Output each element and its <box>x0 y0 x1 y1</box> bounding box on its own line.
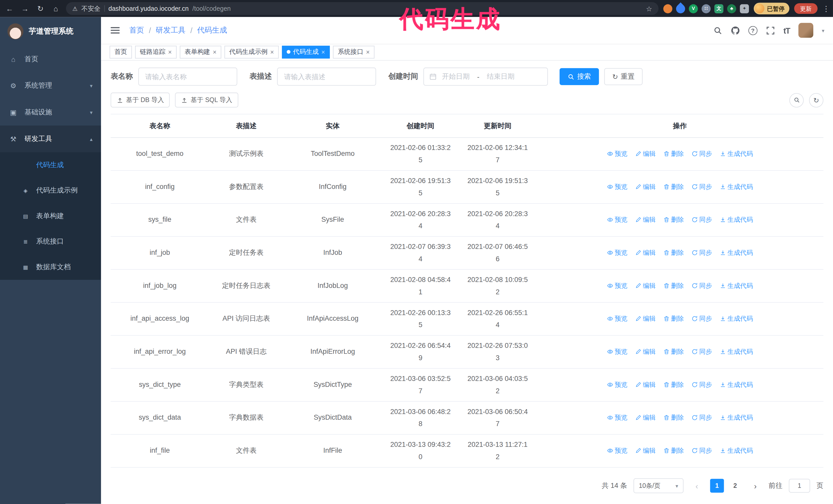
edit-link[interactable]: 编辑 <box>635 379 656 390</box>
delete-link[interactable]: 删除 <box>663 346 684 357</box>
preview-link[interactable]: 预览 <box>607 281 627 291</box>
sync-link[interactable]: 同步 <box>691 314 712 324</box>
address-bar[interactable]: ⚠ 不安全 dashboard.yudao.iocoder.cn/tool/co… <box>66 2 659 15</box>
edit-link[interactable]: 编辑 <box>635 215 656 225</box>
sidebar-subitem-system-api[interactable]: ≣系统接口 <box>0 229 101 254</box>
generate-code-link[interactable]: 生成代码 <box>719 314 753 324</box>
preview-link[interactable]: 预览 <box>607 412 627 423</box>
table-desc-input[interactable] <box>277 68 376 86</box>
search-icon[interactable] <box>713 26 722 35</box>
generate-code-link[interactable]: 生成代码 <box>719 182 753 192</box>
sync-link[interactable]: 同步 <box>691 446 712 456</box>
generate-code-link[interactable]: 生成代码 <box>719 412 753 423</box>
delete-link[interactable]: 删除 <box>663 149 684 160</box>
delete-link[interactable]: 删除 <box>663 248 684 258</box>
sidebar-subitem-db-doc[interactable]: ▦数据库文档 <box>0 254 101 280</box>
date-range-picker[interactable]: 开始日期 - 结束日期 <box>423 68 548 86</box>
tab-close-icon[interactable]: × <box>366 49 370 55</box>
sidebar-subitem-codegen[interactable]: 代码生成 <box>0 152 101 178</box>
app-logo[interactable]: 芋道管理系统 <box>0 17 101 46</box>
generate-code-link[interactable]: 生成代码 <box>719 346 753 357</box>
sync-link[interactable]: 同步 <box>691 379 712 390</box>
generate-code-link[interactable]: 生成代码 <box>719 281 753 291</box>
user-menu-caret-icon[interactable]: ▾ <box>822 27 824 33</box>
delete-link[interactable]: 删除 <box>663 379 684 390</box>
sync-link[interactable]: 同步 <box>691 248 712 258</box>
edit-link[interactable]: 编辑 <box>635 446 656 456</box>
page-number-button[interactable]: 1 <box>710 479 724 493</box>
import-db-button[interactable]: 基于 DB 导入 <box>111 93 170 107</box>
extension-icon[interactable]: V <box>689 4 698 13</box>
edit-link[interactable]: 编辑 <box>635 412 656 423</box>
page-size-select[interactable]: 10条/页 ▾ <box>634 478 684 493</box>
toggle-search-button[interactable] <box>789 93 804 107</box>
sidebar-subitem-form-builder[interactable]: ▤表单构建 <box>0 203 101 229</box>
generate-code-link[interactable]: 生成代码 <box>719 379 753 390</box>
sync-link[interactable]: 同步 <box>691 149 712 160</box>
extension-icon[interactable] <box>674 2 687 15</box>
tab-item[interactable]: 系统接口× <box>333 45 375 58</box>
github-icon[interactable] <box>731 26 740 35</box>
breadcrumb-item[interactable]: 研发工具 <box>156 26 186 35</box>
page-number-button[interactable]: 2 <box>728 479 742 493</box>
sync-link[interactable]: 同步 <box>691 281 712 291</box>
edit-link[interactable]: 编辑 <box>635 182 656 192</box>
sync-link[interactable]: 同步 <box>691 346 712 357</box>
tab-item[interactable]: 表单构建× <box>180 45 221 58</box>
sync-link[interactable]: 同步 <box>691 182 712 192</box>
goto-page-input[interactable] <box>789 479 810 493</box>
delete-link[interactable]: 删除 <box>663 281 684 291</box>
refresh-table-button[interactable]: ↻ <box>809 93 824 107</box>
sync-link[interactable]: 同步 <box>691 215 712 225</box>
extension-icon[interactable] <box>663 4 672 13</box>
delete-link[interactable]: 删除 <box>663 412 684 423</box>
edit-link[interactable]: 编辑 <box>635 149 656 160</box>
edit-link[interactable]: 编辑 <box>635 314 656 324</box>
prev-page-button[interactable]: ‹ <box>690 479 704 493</box>
security-label[interactable]: 不安全 <box>81 4 100 13</box>
breadcrumb-item[interactable]: 代码生成 <box>197 26 227 35</box>
delete-link[interactable]: 删除 <box>663 182 684 192</box>
next-page-button[interactable]: › <box>748 479 762 493</box>
back-icon[interactable]: ← <box>4 4 15 13</box>
reset-button[interactable]: ↻ 重置 <box>604 68 643 85</box>
tab-item[interactable]: 链路追踪× <box>135 45 176 58</box>
bookmark-star-icon[interactable]: ☆ <box>646 5 652 13</box>
delete-link[interactable]: 删除 <box>663 314 684 324</box>
user-avatar[interactable] <box>799 23 813 38</box>
generate-code-link[interactable]: 生成代码 <box>719 248 753 258</box>
tab-close-icon[interactable]: × <box>322 49 325 55</box>
sidebar-item-system-manage[interactable]: ⚙系统管理▾ <box>0 72 101 99</box>
reload-icon[interactable]: ↻ <box>35 4 46 13</box>
help-icon[interactable]: ? <box>748 26 757 35</box>
preview-link[interactable]: 预览 <box>607 215 627 225</box>
preview-link[interactable]: 预览 <box>607 314 627 324</box>
forward-icon[interactable]: → <box>20 4 30 13</box>
browser-menu-icon[interactable]: ⋮ <box>822 4 829 13</box>
tab-close-icon[interactable]: × <box>168 49 172 55</box>
sidebar-item-infrastructure[interactable]: ▣基础设施▾ <box>0 99 101 126</box>
extension-icon[interactable]: ∷ <box>701 4 711 13</box>
tab-close-icon[interactable]: × <box>270 49 274 55</box>
tab-item[interactable]: 代码生成× <box>282 45 330 58</box>
generate-code-link[interactable]: 生成代码 <box>719 446 753 456</box>
extension-icon[interactable]: ✦ <box>740 4 749 13</box>
fullscreen-icon[interactable] <box>766 26 775 35</box>
preview-link[interactable]: 预览 <box>607 379 627 390</box>
tab-item[interactable]: 代码生成示例× <box>224 45 279 58</box>
preview-link[interactable]: 预览 <box>607 149 627 160</box>
preview-link[interactable]: 预览 <box>607 346 627 357</box>
extension-icon[interactable]: 文 <box>714 4 723 13</box>
sidebar-item-home[interactable]: ⌂首页 <box>0 46 101 72</box>
generate-code-link[interactable]: 生成代码 <box>719 215 753 225</box>
preview-link[interactable]: 预览 <box>607 182 627 192</box>
tab-item[interactable]: 首页 <box>110 45 132 58</box>
browser-home-icon[interactable]: ⌂ <box>50 4 61 13</box>
tab-close-icon[interactable]: × <box>213 49 217 55</box>
browser-update-button[interactable]: 更新 <box>794 3 817 14</box>
edit-link[interactable]: 编辑 <box>635 281 656 291</box>
browser-profile-chip[interactable]: 已暂停 <box>754 3 789 14</box>
edit-link[interactable]: 编辑 <box>635 346 656 357</box>
search-button[interactable]: 搜索 <box>560 68 599 85</box>
sidebar-item-dev-tools[interactable]: ⚒研发工具▴ <box>0 126 101 152</box>
